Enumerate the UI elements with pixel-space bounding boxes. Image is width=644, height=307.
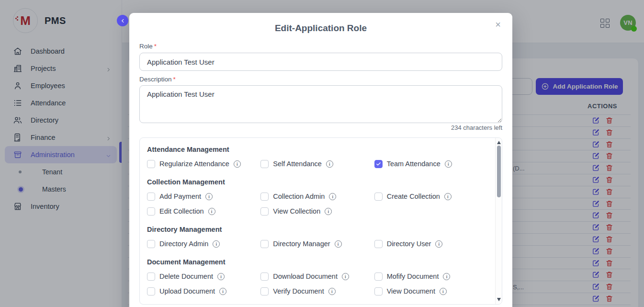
checked-checkbox[interactable] xyxy=(374,160,383,168)
unchecked-checkbox[interactable] xyxy=(374,273,383,281)
description-textarea[interactable] xyxy=(139,85,502,123)
scroll-up-arrow-icon[interactable] xyxy=(497,140,501,144)
info-icon[interactable]: i xyxy=(217,273,225,280)
permission-checkbox-upload-document[interactable]: Upload Documenti xyxy=(147,287,260,296)
permission-checkbox-directory-admin[interactable]: Directory Admini xyxy=(147,239,260,248)
unchecked-checkbox[interactable] xyxy=(260,287,269,296)
info-icon[interactable]: i xyxy=(328,288,336,295)
unchecked-checkbox[interactable] xyxy=(260,207,269,216)
permission-label: Collection Admin xyxy=(273,193,325,200)
permission-section: Directory ManagementDirectory AdminiDire… xyxy=(147,226,488,248)
unchecked-checkbox[interactable] xyxy=(260,273,269,281)
info-icon[interactable]: i xyxy=(335,240,342,248)
permission-label: Add Payment xyxy=(159,193,201,200)
role-input[interactable] xyxy=(139,53,502,71)
permission-checkbox-self-attendance[interactable]: Self Attendancei xyxy=(260,159,374,168)
permission-section-title: Collection Management xyxy=(147,178,488,186)
permission-label: View Collection xyxy=(273,207,320,215)
close-icon[interactable]: × xyxy=(491,18,505,31)
permission-checkbox-directory-user[interactable]: Directory Useri xyxy=(374,239,488,248)
permission-label: Edit Collection xyxy=(159,207,204,215)
description-field-label: Description* xyxy=(139,76,176,83)
scrollbar-thumb[interactable] xyxy=(497,146,501,197)
permission-label: Team Attendance xyxy=(387,160,441,168)
permission-checkbox-edit-collection[interactable]: Edit Collectioni xyxy=(147,207,260,216)
permission-label: Regularize Attendance xyxy=(159,160,229,168)
info-icon[interactable]: i xyxy=(208,208,215,215)
info-icon[interactable]: i xyxy=(440,288,447,295)
permission-checkbox-team-attendance[interactable]: Team Attendancei xyxy=(374,159,488,168)
unchecked-checkbox[interactable] xyxy=(374,287,383,296)
info-icon[interactable]: i xyxy=(443,273,450,280)
permission-checkbox-download-document[interactable]: Download Documenti xyxy=(260,272,374,281)
permission-checkbox-verify-document[interactable]: Verify Documenti xyxy=(260,287,374,296)
permission-label: Self Attendance xyxy=(273,160,322,168)
permission-checkbox-directory-manager[interactable]: Directory Manageri xyxy=(260,239,374,248)
permissions-panel: Attendance ManagementRegularize Attendan… xyxy=(139,137,502,305)
permissions-list: Attendance ManagementRegularize Attendan… xyxy=(147,138,495,304)
permission-checkbox-mofify-document[interactable]: Mofify Documenti xyxy=(374,272,488,281)
info-icon[interactable]: i xyxy=(342,273,349,280)
permission-label: Directory Manager xyxy=(273,240,330,248)
sidebar-collapse-button[interactable] xyxy=(117,15,128,26)
permission-section: Document ManagementDelete DocumentiDownl… xyxy=(147,258,488,296)
info-icon[interactable]: i xyxy=(445,160,452,168)
app-screen: VN M PMS DashboardProjectsEmployeesAtten… xyxy=(0,0,644,307)
info-icon[interactable]: i xyxy=(219,288,226,295)
permission-checkbox-delete-document[interactable]: Delete Documenti xyxy=(147,272,260,281)
info-icon[interactable]: i xyxy=(213,240,220,248)
unchecked-checkbox[interactable] xyxy=(147,193,155,201)
unchecked-checkbox[interactable] xyxy=(147,240,155,248)
permission-checkbox-regularize-attendance[interactable]: Regularize Attendancei xyxy=(147,159,260,168)
role-field-label: Role* xyxy=(139,43,157,50)
unchecked-checkbox[interactable] xyxy=(374,193,383,201)
permission-label: Upload Document xyxy=(159,287,215,295)
permission-checkbox-view-collection[interactable]: View Collectioni xyxy=(260,207,374,216)
chevron-left-icon xyxy=(120,18,125,23)
permission-label: Directory User xyxy=(387,240,431,248)
info-icon[interactable]: i xyxy=(435,240,442,248)
unchecked-checkbox[interactable] xyxy=(147,207,155,216)
scroll-down-arrow-icon[interactable] xyxy=(497,298,501,302)
permission-label: Delete Document xyxy=(159,273,213,280)
modal-title: Edit-Application Role xyxy=(129,23,512,34)
permission-section-title: Directory Management xyxy=(147,226,488,233)
permission-section-title: Attendance Management xyxy=(147,146,488,153)
unchecked-checkbox[interactable] xyxy=(260,240,269,248)
permission-checkbox-add-payment[interactable]: Add Paymenti xyxy=(147,192,260,201)
unchecked-checkbox[interactable] xyxy=(260,160,269,168)
permission-label: Create Collection xyxy=(387,193,440,200)
info-icon[interactable]: i xyxy=(234,160,241,168)
info-icon[interactable]: i xyxy=(329,193,336,200)
unchecked-checkbox[interactable] xyxy=(147,273,155,281)
info-icon[interactable]: i xyxy=(325,208,332,215)
characters-left-counter: 234 characters left xyxy=(451,124,502,131)
info-icon[interactable]: i xyxy=(205,193,213,200)
unchecked-checkbox[interactable] xyxy=(147,287,155,296)
permission-checkbox-collection-admin[interactable]: Collection Admini xyxy=(260,192,374,201)
permission-label: Directory Admin xyxy=(159,240,208,248)
edit-application-role-modal: Edit-Application Role × Role* Descriptio… xyxy=(129,13,512,307)
required-asterisk: * xyxy=(154,43,157,50)
permission-checkbox-view-document[interactable]: View Documenti xyxy=(374,287,488,296)
permission-section-title: Document Management xyxy=(147,258,488,266)
permission-checkbox-create-collection[interactable]: Create Collectioni xyxy=(374,192,488,201)
unchecked-checkbox[interactable] xyxy=(260,193,269,201)
permission-label: Verify Document xyxy=(273,287,324,295)
info-icon[interactable]: i xyxy=(444,193,452,200)
permission-label: View Document xyxy=(387,287,435,295)
unchecked-checkbox[interactable] xyxy=(147,160,155,168)
permission-section: Attendance ManagementRegularize Attendan… xyxy=(147,146,488,168)
info-icon[interactable]: i xyxy=(326,160,333,168)
required-asterisk: * xyxy=(173,76,176,83)
unchecked-checkbox[interactable] xyxy=(374,240,383,248)
modal-scrollbar[interactable] xyxy=(495,138,502,304)
permission-label: Download Document xyxy=(273,273,338,280)
permission-label: Mofify Document xyxy=(387,273,439,280)
permission-section: Collection ManagementAdd PaymentiCollect… xyxy=(147,178,488,216)
